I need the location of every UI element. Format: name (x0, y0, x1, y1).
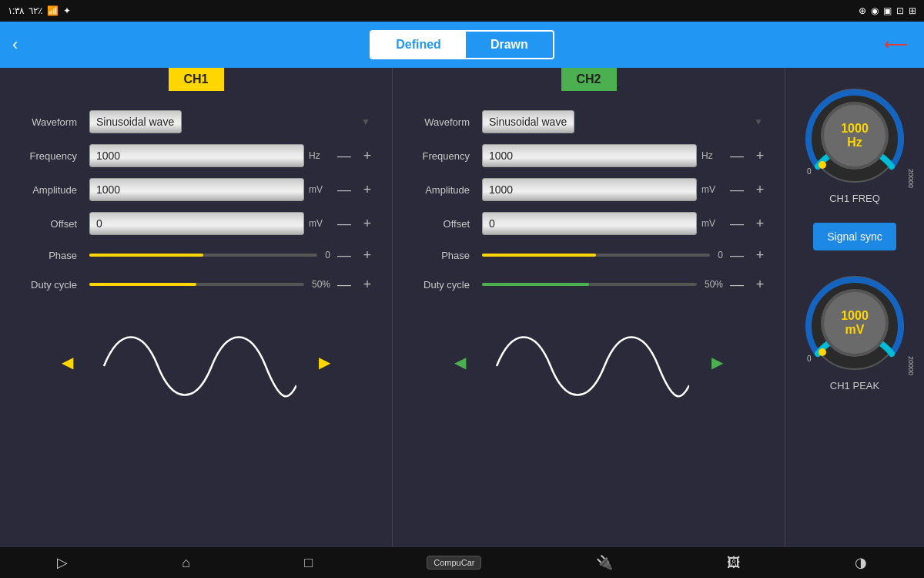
ch2-offset-minus-button[interactable]: — (728, 214, 746, 233)
ch2-phase-plus-button[interactable]: + (751, 246, 769, 264)
ch1-amplitude-unit: mV (309, 184, 330, 195)
ch1-amplitude-input[interactable]: 1000 (89, 178, 304, 201)
status-right: ⊕ ◉ ▣ ⊡ ⊞ (859, 5, 916, 16)
ch1-offset-plus-button[interactable]: + (358, 214, 377, 233)
ch1-waveform-select[interactable]: Sinusoidal wave Square wave Triangle wav… (89, 110, 182, 133)
bottom-home-icon[interactable]: ⌂ (182, 555, 190, 571)
ch1-wave-svg (96, 324, 296, 401)
ch2-offset-row: Offset 0 mV — + (408, 212, 769, 235)
ch1-header: CH1 (168, 68, 223, 91)
ch2-frequency-unit: Hz (701, 150, 723, 161)
ch1-amplitude-plus-button[interactable]: + (358, 180, 377, 199)
svg-point-7 (819, 348, 826, 356)
ch1-freq-label: CH1 FREQ (829, 193, 880, 204)
ch1-offset-row: Offset 0 mV — + (15, 212, 377, 235)
ch2-frequency-plus-button[interactable]: + (751, 146, 769, 165)
ch2-waveform-display: ◀ ▶ (393, 312, 785, 412)
ch2-amplitude-plus-button[interactable]: + (751, 180, 769, 199)
status-left: ١:٣٨ ٦٢٪ 📶 ✦ (8, 5, 71, 16)
svg-point-2 (824, 105, 886, 166)
bottom-image-icon[interactable]: 🖼 (727, 555, 741, 571)
main-content: CH1 Waveform Sinusoidal wave Square wave… (0, 68, 924, 547)
ch1-peak-min-label: 0 (807, 355, 812, 363)
ch2-phase-slider[interactable] (482, 254, 710, 257)
ch2-wave-arrow-right[interactable]: ▶ (711, 353, 723, 371)
ch2-dutycycle-value: 50% (705, 279, 723, 290)
ch1-dutycycle-row: Duty cycle 50% — + (15, 275, 377, 294)
ch1-controls: Waveform Sinusoidal wave Square wave Tri… (0, 102, 392, 312)
ch2-waveform-select[interactable]: Sinusoidal wave Square wave Triangle wav… (482, 110, 574, 133)
signal-sync-button[interactable]: Signal sync (813, 223, 896, 250)
ch2-wave-arrow-left[interactable]: ◀ (454, 353, 466, 371)
ch2-wave-svg (489, 324, 689, 401)
ch2-phase-minus-button[interactable]: — (728, 246, 746, 264)
ch1-waveform-display: ◀ ▶ (0, 312, 392, 412)
ch1-frequency-label: Frequency (15, 150, 85, 162)
status-icon-5: ⊞ (909, 5, 916, 16)
ch1-offset-input[interactable]: 0 (89, 212, 304, 235)
ch1-waveform-arrow-icon: ▼ (361, 116, 370, 127)
tab-defined[interactable]: Defined (371, 32, 466, 58)
ch1-phase-plus-button[interactable]: + (358, 246, 377, 264)
ch2-dutycycle-slider[interactable] (482, 283, 697, 286)
bottom-circle-icon[interactable]: ◑ (855, 554, 867, 571)
ch1-waveform-select-wrapper: Sinusoidal wave Square wave Triangle wav… (89, 110, 377, 133)
ch1-freq-knob[interactable]: 1000 Hz 0 20000 (801, 82, 909, 190)
bottom-square-icon[interactable]: □ (304, 555, 313, 571)
ch1-waveform-label: Waveform (15, 116, 85, 128)
tab-drawn[interactable]: Drawn (466, 32, 553, 58)
ch1-frequency-unit: Hz (309, 150, 330, 161)
ch1-freq-max-label: 20000 (907, 169, 915, 188)
ch2-waveform-select-wrapper: Sinusoidal wave Square wave Triangle wav… (482, 110, 769, 133)
ch1-freq-knob-container: 1000 Hz 0 20000 CH1 FREQ (801, 82, 909, 204)
ch1-amplitude-row: Amplitude 1000 mV — + (15, 178, 377, 201)
ch1-offset-minus-button[interactable]: — (335, 214, 353, 233)
back-button[interactable]: ‹ (12, 35, 18, 55)
ch1-frequency-input[interactable]: 1000 (89, 144, 304, 167)
ch2-offset-input[interactable]: 0 (482, 212, 697, 235)
ch1-waveform-row: Waveform Sinusoidal wave Square wave Tri… (15, 110, 377, 133)
ch2-amplitude-row: Amplitude 1000 mV — + (408, 178, 769, 201)
tab-group: Defined Drawn (370, 30, 554, 59)
ch1-peak-knob[interactable]: 1000 mV 0 20000 (801, 269, 909, 377)
ch1-phase-minus-button[interactable]: — (335, 246, 353, 264)
ch2-phase-label: Phase (408, 250, 477, 261)
ch1-peak-label: CH1 PEAK (830, 380, 879, 391)
ch1-amplitude-minus-button[interactable]: — (335, 180, 353, 199)
ch2-frequency-input[interactable]: 1000 (482, 144, 697, 167)
ch1-frequency-plus-button[interactable]: + (358, 146, 377, 165)
ch2-phase-row: Phase 0 — + (408, 246, 769, 264)
ch2-amplitude-input[interactable]: 1000 (482, 178, 697, 201)
ch2-header: CH2 (561, 68, 616, 91)
top-bar: ‹ Defined Drawn ⟵ (0, 22, 924, 68)
ch2-dutycycle-plus-button[interactable]: + (751, 275, 769, 294)
ch2-amplitude-minus-button[interactable]: — (728, 180, 746, 199)
bottom-compucar-logo: CompuCar (427, 556, 481, 570)
status-battery: ٦٢٪ (28, 5, 42, 16)
ch1-phase-slider[interactable] (89, 254, 317, 257)
ch1-phase-label: Phase (15, 250, 85, 261)
status-bar: ١:٣٨ ٦٢٪ 📶 ✦ ⊕ ◉ ▣ ⊡ ⊞ (0, 0, 924, 22)
ch1-dutycycle-slider[interactable] (89, 283, 304, 286)
ch2-frequency-minus-button[interactable]: — (728, 146, 746, 165)
bottom-vci-icon[interactable]: 🔌 (596, 554, 613, 571)
bluetooth-icon: ✦ (63, 5, 71, 16)
ch2-amplitude-unit: mV (701, 184, 723, 195)
ch2-dutycycle-minus-button[interactable]: — (728, 275, 746, 294)
ch1-phase-value: 0 (325, 250, 330, 260)
ch2-panel: CH2 Waveform Sinusoidal wave Square wave… (393, 68, 785, 547)
ch1-wave-arrow-right[interactable]: ▶ (319, 353, 330, 371)
usb-icon: ⟵ (884, 35, 909, 55)
ch2-offset-plus-button[interactable]: + (751, 214, 769, 233)
ch1-amplitude-label: Amplitude (15, 184, 85, 196)
ch1-frequency-minus-button[interactable]: — (335, 146, 353, 165)
bottom-play-icon[interactable]: ▷ (57, 554, 68, 571)
ch1-dutycycle-plus-button[interactable]: + (358, 275, 377, 294)
ch1-wave-arrow-left[interactable]: ◀ (62, 353, 73, 371)
ch2-waveform-row: Waveform Sinusoidal wave Square wave Tri… (408, 110, 769, 133)
ch1-dutycycle-minus-button[interactable]: — (335, 275, 353, 294)
wifi-icon: 📶 (47, 5, 59, 16)
ch2-controls: Waveform Sinusoidal wave Square wave Tri… (393, 102, 785, 312)
svg-point-6 (824, 292, 886, 354)
ch1-dutycycle-value: 50% (312, 279, 330, 290)
